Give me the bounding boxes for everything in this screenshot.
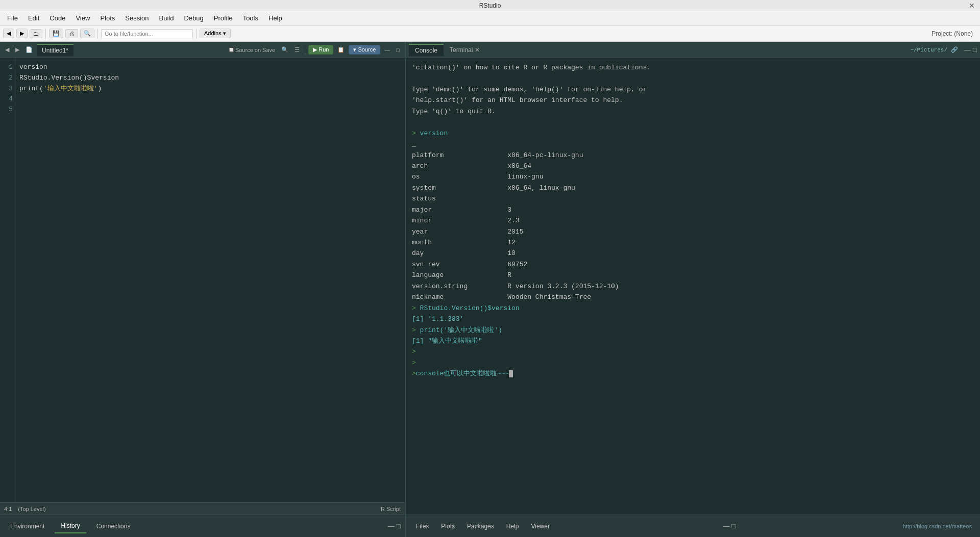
console-path: ~/Pictures/ 🔗 bbox=[906, 45, 962, 54]
cursor-position: 4:1 bbox=[4, 506, 12, 512]
console-demo-line: Type 'demo()' for some demos, 'help()' f… bbox=[412, 84, 974, 95]
toolbar-print-btn[interactable]: 🖨 bbox=[65, 29, 78, 38]
source-button[interactable]: ▾ Source bbox=[349, 45, 380, 55]
console-quit-line: Type 'q()' to quit R. bbox=[412, 106, 974, 117]
console-blank4: > bbox=[412, 357, 974, 368]
bottom-right-maximize-btn[interactable]: □ bbox=[732, 522, 736, 530]
code-content[interactable]: version RStudio.Version()$version print(… bbox=[15, 58, 405, 502]
console-os: os linux-gnu bbox=[412, 171, 974, 182]
menu-tools[interactable]: Tools bbox=[239, 13, 262, 23]
console-blank2 bbox=[412, 117, 974, 127]
toolbar-sep1 bbox=[45, 29, 46, 39]
console-helpstart-line: 'help.start()' for an HTML browser inter… bbox=[412, 95, 974, 106]
menu-code[interactable]: Code bbox=[45, 13, 69, 23]
console-current-input: console也可以中文啦啦啦~~~ bbox=[416, 368, 509, 379]
editor-maximize-btn[interactable]: □ bbox=[394, 46, 402, 54]
line-numbers: 1 2 3 4 5 bbox=[0, 58, 15, 502]
tab-viewer[interactable]: Viewer bbox=[525, 520, 555, 533]
tab-environment[interactable]: Environment bbox=[4, 520, 51, 533]
editor-toolbar: ◀ ▶ 📄 Untitled1* 🔲 Source on Save 🔍 ☰ ▶ … bbox=[0, 42, 405, 58]
toolbar-search-btn[interactable]: 🔍 bbox=[80, 29, 94, 38]
code-line-2: RStudio.Version()$version bbox=[19, 73, 401, 84]
code-line-1: version bbox=[19, 62, 401, 73]
console-svn: svn rev 69752 bbox=[412, 259, 974, 270]
console-maximize-btn[interactable]: □ bbox=[973, 46, 977, 54]
code-level: (Top Level) bbox=[16, 506, 45, 512]
menu-file[interactable]: File bbox=[3, 13, 22, 23]
menu-plots[interactable]: Plots bbox=[96, 13, 119, 23]
tab-plots[interactable]: Plots bbox=[435, 520, 461, 533]
tab-terminal[interactable]: Terminal ✕ bbox=[444, 44, 486, 56]
line-num-4: 4 bbox=[4, 94, 13, 105]
addins-button[interactable]: Addins ▾ bbox=[200, 29, 231, 38]
tab-history[interactable]: History bbox=[55, 519, 86, 533]
console-system: system x86_64, linux-gnu bbox=[412, 183, 974, 193]
console-nickname: nickname Wooden Christmas-Tree bbox=[412, 292, 974, 302]
console-blank3: > bbox=[412, 346, 974, 357]
tab-console[interactable]: Console bbox=[409, 44, 444, 56]
line-num-2: 2 bbox=[4, 73, 13, 84]
close-button[interactable]: ✕ bbox=[968, 2, 976, 10]
menu-view[interactable]: View bbox=[71, 13, 94, 23]
code-line-5 bbox=[19, 105, 401, 115]
csdn-link[interactable]: http://blog.csdn.net/matteos bbox=[903, 523, 976, 529]
console-print-cmd: > print('输入中文啦啦啦') bbox=[412, 325, 974, 336]
toolbar-new-btn[interactable]: ◀ bbox=[3, 29, 14, 38]
run-lines-btn[interactable]: 📋 bbox=[335, 45, 347, 54]
bottom-left-controls: — □ bbox=[388, 522, 401, 530]
editor-toolbar-right: 🔲 Source on Save 🔍 ☰ ▶ Run 📋 ▾ Source — … bbox=[226, 45, 402, 55]
console-major: major 3 bbox=[412, 204, 974, 215]
toolbar-save-btn[interactable]: 💾 bbox=[49, 29, 63, 38]
bottom-left-minimize-btn[interactable]: — bbox=[388, 522, 395, 530]
editor-status: 4:1 (Top Level) R Script bbox=[0, 502, 405, 515]
code-editor[interactable]: 1 2 3 4 5 version RStudio.Version()$vers… bbox=[0, 58, 405, 502]
main-area: ◀ ▶ 📄 Untitled1* 🔲 Source on Save 🔍 ☰ ▶ … bbox=[0, 42, 980, 537]
toolbar-sep2 bbox=[97, 29, 98, 39]
console-print-result: [1] "输入中文啦啦啦" bbox=[412, 336, 974, 346]
menu-session[interactable]: Session bbox=[121, 13, 153, 23]
toolbar-open-btn[interactable]: ▶ bbox=[16, 29, 28, 38]
console-blank1 bbox=[412, 73, 974, 84]
console-minimize-btn[interactable]: — bbox=[964, 46, 971, 54]
editor-tab[interactable]: Untitled1* bbox=[37, 44, 74, 56]
editor-list-btn[interactable]: ☰ bbox=[292, 45, 302, 54]
editor-new-file-btn[interactable]: 📄 bbox=[23, 45, 35, 54]
editor-fwd-btn[interactable]: ▶ bbox=[13, 45, 21, 54]
console-rstudio-result: [1] '1.1.383' bbox=[412, 314, 974, 324]
console-underscore: _ bbox=[412, 139, 974, 149]
console-cursor bbox=[509, 370, 513, 377]
tab-connections[interactable]: Connections bbox=[90, 520, 137, 533]
console-input-line[interactable]: > console也可以中文啦啦啦~~~ bbox=[412, 368, 974, 379]
go-to-file-input[interactable] bbox=[101, 29, 193, 38]
toolbar-folder-btn[interactable]: 🗀 bbox=[30, 29, 42, 38]
menu-edit[interactable]: Edit bbox=[24, 13, 43, 23]
tab-packages[interactable]: Packages bbox=[461, 520, 500, 533]
bottom-left-maximize-btn[interactable]: □ bbox=[397, 522, 401, 530]
console-content[interactable]: 'citation()' on how to cite R or R packa… bbox=[406, 58, 980, 515]
console-year: year 2015 bbox=[412, 226, 974, 237]
menu-help[interactable]: Help bbox=[264, 13, 286, 23]
line-num-1: 1 bbox=[4, 62, 13, 73]
menu-debug[interactable]: Debug bbox=[180, 13, 207, 23]
console-status: status bbox=[412, 193, 974, 204]
console-version-cmd: > version bbox=[412, 128, 974, 139]
console-month: month 12 bbox=[412, 237, 974, 248]
editor-search-btn[interactable]: 🔍 bbox=[279, 45, 290, 54]
tab-help[interactable]: Help bbox=[500, 520, 525, 533]
toolbar: ◀ ▶ 🗀 💾 🖨 🔍 Addins ▾ Project: (None) bbox=[0, 25, 980, 42]
editor-back-btn[interactable]: ◀ bbox=[3, 45, 11, 54]
menu-build[interactable]: Build bbox=[155, 13, 178, 23]
bottom-right-minimize-btn[interactable]: — bbox=[723, 522, 729, 530]
code-line-4 bbox=[19, 94, 401, 105]
editor-panel: ◀ ▶ 📄 Untitled1* 🔲 Source on Save 🔍 ☰ ▶ … bbox=[0, 42, 406, 537]
app-title: RStudio bbox=[479, 2, 501, 9]
tab-files[interactable]: Files bbox=[410, 520, 435, 533]
run-button[interactable]: ▶ Run bbox=[308, 45, 333, 55]
menu-profile[interactable]: Profile bbox=[210, 13, 237, 23]
console-rstudio-cmd: > RStudio.Version()$version bbox=[412, 303, 974, 314]
toolbar-sep3 bbox=[196, 29, 197, 39]
editor-minimize-btn[interactable]: — bbox=[382, 46, 392, 54]
console-toolbar: Console Terminal ✕ ~/Pictures/ 🔗 — □ bbox=[406, 42, 980, 58]
script-type: R Script bbox=[381, 506, 401, 512]
source-on-save-btn[interactable]: 🔲 Source on Save bbox=[226, 46, 277, 54]
